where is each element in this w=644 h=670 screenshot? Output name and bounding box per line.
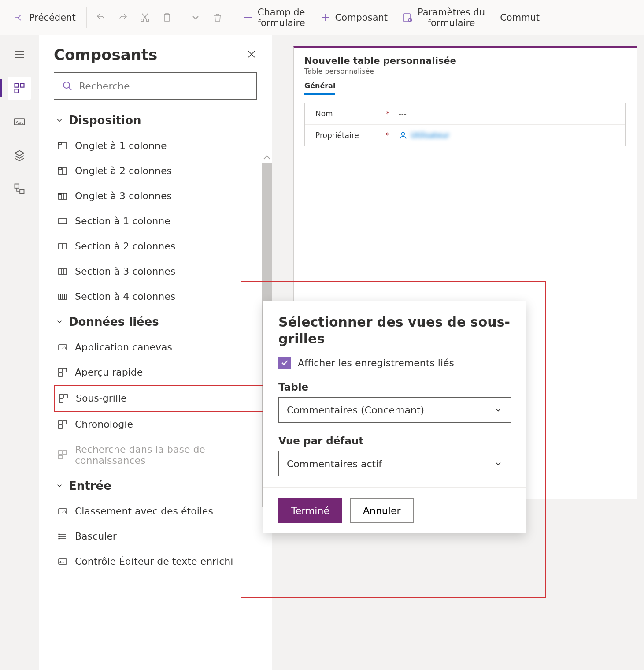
form-settings-button[interactable]: Paramètres du formulaire bbox=[396, 3, 491, 33]
redo-icon bbox=[118, 12, 128, 23]
comp-subgrid[interactable]: Sous-grille bbox=[54, 385, 264, 412]
comp-star-rating[interactable]: 123Classement avec des étoiles bbox=[54, 499, 264, 524]
comp-label: Onglet à 3 colonnes bbox=[75, 190, 172, 201]
comp-label: Section à 4 colonnes bbox=[75, 291, 175, 302]
rail-layers[interactable] bbox=[8, 144, 31, 167]
comp-toggle[interactable]: Basculer bbox=[54, 524, 264, 549]
form-settings-icon bbox=[403, 12, 413, 23]
svg-rect-35 bbox=[59, 451, 62, 454]
view-select[interactable]: Commentaires actif bbox=[278, 451, 511, 476]
svg-rect-32 bbox=[59, 421, 62, 424]
group-layout-header[interactable]: Disposition bbox=[54, 108, 264, 133]
comp-richtext[interactable]: AbcContrôle Éditeur de texte enrichi bbox=[54, 549, 264, 574]
tree-icon bbox=[13, 182, 26, 195]
redo-button[interactable] bbox=[113, 8, 133, 27]
delete-button[interactable] bbox=[208, 8, 227, 27]
svg-rect-18 bbox=[59, 193, 67, 199]
check-icon bbox=[280, 358, 289, 367]
group-related-title: Données liées bbox=[69, 315, 159, 328]
svg-point-13 bbox=[63, 82, 70, 88]
add-form-field-button[interactable]: Champ de formulaire bbox=[237, 3, 311, 33]
canvasapp-icon: 123 bbox=[57, 342, 68, 353]
add-form-field-label: Champ de formulaire bbox=[258, 7, 305, 28]
comp-section-2col[interactable]: Section à 2 colonnes bbox=[54, 234, 264, 259]
table-label: Table bbox=[278, 381, 511, 393]
svg-rect-33 bbox=[63, 421, 67, 424]
comp-label: Aperçu rapide bbox=[75, 367, 143, 378]
comp-section-4col[interactable]: Section à 4 colonnes bbox=[54, 284, 264, 309]
tab3-icon bbox=[57, 191, 68, 201]
comp-label: Basculer bbox=[75, 531, 117, 542]
add-component-button[interactable]: Composant bbox=[314, 8, 394, 27]
show-related-checkbox-row[interactable]: Afficher les enregistrements liés bbox=[278, 357, 511, 369]
comp-canvas-app[interactable]: 123Application canevas bbox=[54, 335, 264, 360]
done-button[interactable]: Terminé bbox=[278, 498, 342, 523]
paste-button[interactable] bbox=[157, 8, 177, 27]
back-button[interactable]: Précédent bbox=[8, 8, 82, 27]
comp-tab-3col[interactable]: Onglet à 3 colonnes bbox=[54, 183, 264, 208]
group-related-header[interactable]: Données liées bbox=[54, 309, 264, 335]
cut-button[interactable] bbox=[135, 8, 155, 27]
svg-text:Abc: Abc bbox=[16, 120, 23, 125]
comp-section-3col[interactable]: Section à 3 colonnes bbox=[54, 259, 264, 284]
back-label: Précédent bbox=[29, 12, 76, 23]
svg-rect-6 bbox=[15, 84, 19, 87]
quickview-icon bbox=[57, 367, 68, 378]
table-select-value: Commentaires (Concernant) bbox=[287, 405, 424, 416]
cancel-button[interactable]: Annuler bbox=[350, 498, 414, 523]
form-title: Nouvelle table personnalisée bbox=[304, 56, 626, 66]
field-owner-row[interactable]: Propriétaire * Utilisateur bbox=[305, 125, 625, 146]
svg-point-41 bbox=[59, 536, 59, 537]
comp-label: Section à 3 colonnes bbox=[75, 266, 175, 277]
more-dropdown[interactable] bbox=[186, 8, 205, 27]
svg-rect-29 bbox=[59, 395, 63, 398]
toolbar-separator bbox=[181, 7, 181, 28]
form-tab-general[interactable]: Général bbox=[304, 82, 335, 95]
rail-hamburger[interactable] bbox=[8, 43, 31, 66]
show-related-checkbox[interactable] bbox=[278, 357, 291, 369]
toolbar-separator bbox=[232, 7, 232, 28]
table-select[interactable]: Commentaires (Concernant) bbox=[278, 397, 511, 423]
group-input-header[interactable]: Entrée bbox=[54, 473, 264, 499]
search-input-wrapper[interactable] bbox=[54, 72, 257, 100]
person-icon bbox=[399, 131, 407, 140]
field-owner-label: Propriétaire bbox=[315, 131, 386, 140]
svg-text:Abc: Abc bbox=[59, 561, 65, 564]
switch-label: Commut bbox=[500, 12, 540, 23]
svg-rect-14 bbox=[59, 143, 67, 149]
svg-rect-37 bbox=[59, 455, 62, 459]
paste-icon bbox=[162, 12, 172, 23]
panel-close-button[interactable] bbox=[246, 49, 257, 61]
svg-rect-28 bbox=[59, 373, 62, 376]
switch-button[interactable]: Commut bbox=[494, 8, 546, 27]
svg-rect-31 bbox=[59, 399, 63, 402]
rail-tree[interactable] bbox=[8, 177, 31, 200]
undo-button[interactable] bbox=[91, 8, 111, 27]
comp-section-1col[interactable]: Section à 1 colonne bbox=[54, 208, 264, 234]
show-related-label: Afficher les enregistrements liés bbox=[298, 357, 454, 368]
rail-abc[interactable]: Abc bbox=[8, 110, 31, 133]
field-name-value: --- bbox=[399, 109, 407, 118]
arrow-left-icon bbox=[14, 12, 25, 23]
trash-icon bbox=[212, 12, 223, 23]
svg-text:123: 123 bbox=[60, 510, 66, 514]
field-name-row[interactable]: Nom * --- bbox=[305, 103, 625, 125]
comp-kb-search: Recherche dans la base de connaissances bbox=[54, 437, 264, 473]
svg-point-40 bbox=[59, 534, 59, 535]
search-input[interactable] bbox=[79, 81, 248, 92]
rail-components[interactable] bbox=[8, 77, 31, 100]
svg-rect-26 bbox=[59, 368, 62, 372]
svg-rect-12 bbox=[20, 189, 24, 193]
toolbar-separator bbox=[86, 7, 87, 28]
svg-rect-34 bbox=[59, 425, 62, 428]
chevron-down-icon bbox=[56, 116, 63, 124]
hamburger-icon bbox=[13, 48, 26, 61]
panel-body: Disposition Onglet à 1 colonne Onglet à … bbox=[39, 108, 272, 670]
cut-icon bbox=[140, 12, 150, 23]
comp-tab-1col[interactable]: Onglet à 1 colonne bbox=[54, 133, 264, 158]
comp-timeline[interactable]: Chronologie bbox=[54, 412, 264, 437]
subgrid-popover: Sélectionner des vues de sous-grilles Af… bbox=[263, 301, 526, 533]
comp-tab-2col[interactable]: Onglet à 2 colonnes bbox=[54, 158, 264, 183]
comp-label: Onglet à 1 colonne bbox=[75, 140, 167, 151]
comp-quickview[interactable]: Aperçu rapide bbox=[54, 360, 264, 385]
